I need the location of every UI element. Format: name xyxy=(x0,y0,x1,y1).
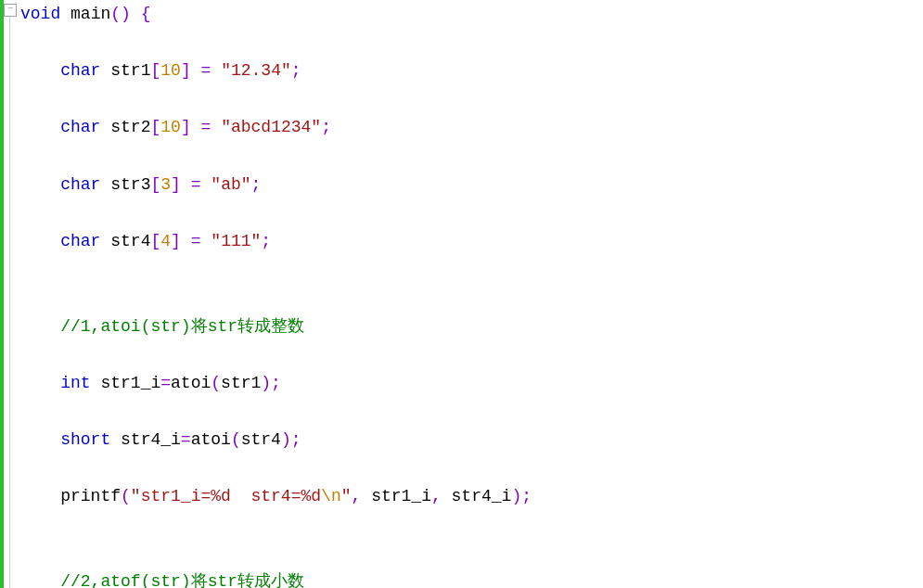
code-token xyxy=(20,232,60,250)
code-token xyxy=(60,5,71,23)
code-token: = xyxy=(191,232,201,250)
code-token xyxy=(191,118,201,136)
code-token: str1_i xyxy=(100,374,160,392)
code-token xyxy=(211,118,221,136)
code-token: int xyxy=(60,374,90,392)
code-token: ; xyxy=(291,61,301,80)
code-token: "ab" xyxy=(211,175,250,194)
code-token: { xyxy=(141,5,151,23)
code-token xyxy=(20,430,60,449)
code-token xyxy=(442,487,452,505)
code-token xyxy=(20,572,60,588)
code-line: char str4[4] = "111"; xyxy=(20,227,919,256)
code-token: 3 xyxy=(160,175,171,194)
code-token: , xyxy=(431,487,442,505)
code-token xyxy=(211,61,221,80)
code-token: char xyxy=(60,232,100,250)
code-token: ; xyxy=(251,175,262,194)
code-token: ); xyxy=(281,430,301,449)
code-token xyxy=(20,61,60,80)
code-token: ; xyxy=(261,232,271,250)
code-token: = xyxy=(191,175,201,194)
code-token: = xyxy=(201,118,212,136)
code-token: str1 xyxy=(110,61,150,80)
fold-guide-line xyxy=(9,17,10,588)
code-token xyxy=(100,118,110,136)
code-token: = xyxy=(160,374,171,392)
code-token: ); xyxy=(511,487,532,505)
code-token: char xyxy=(60,118,100,136)
code-token: ( xyxy=(121,487,131,505)
code-area[interactable]: void main() { char str1[10] = "12.34"; c… xyxy=(17,0,923,588)
fold-toggle-icon[interactable]: − xyxy=(4,4,17,17)
code-line: short str4_i=atoi(str4); xyxy=(20,426,919,454)
code-token: [ xyxy=(150,61,160,80)
code-line: char str2[10] = "abcd1234"; xyxy=(20,113,919,142)
code-token: [ xyxy=(150,175,160,194)
code-token: " xyxy=(341,487,352,505)
code-token: //2,atof(str)将str转成小数 xyxy=(60,572,304,588)
code-line: char str3[3] = "ab"; xyxy=(20,171,919,199)
code-token xyxy=(20,317,60,336)
code-token: ] xyxy=(171,232,181,250)
code-token: "str1_i=%d str4=%d xyxy=(131,487,321,505)
code-token: str2 xyxy=(110,118,150,136)
code-token xyxy=(100,61,110,80)
code-line: printf("str1_i=%d str4=%d\n", str1_i, st… xyxy=(20,482,919,511)
code-token: ( xyxy=(211,374,221,392)
code-token: = xyxy=(201,61,212,80)
code-token: ( xyxy=(231,430,241,449)
code-token: str3 xyxy=(110,175,150,194)
code-token xyxy=(20,175,60,194)
code-token xyxy=(131,5,141,23)
code-line: void main() { xyxy=(20,0,919,29)
code-token xyxy=(181,175,191,194)
code-token xyxy=(361,487,371,505)
code-token: 4 xyxy=(160,232,171,250)
code-token: void xyxy=(20,5,60,23)
code-token xyxy=(110,430,121,449)
code-token xyxy=(20,374,60,392)
code-token: short xyxy=(60,430,110,449)
code-token: str1 xyxy=(221,374,261,392)
code-token: main xyxy=(71,5,110,23)
code-line: //1,atoi(str)将str转成整数 xyxy=(20,313,919,341)
code-token: str4 xyxy=(241,430,281,449)
code-token: str4_i xyxy=(452,487,512,505)
code-token: char xyxy=(60,61,100,80)
code-token: ); xyxy=(261,374,281,392)
code-token: ] xyxy=(171,175,181,194)
code-token: ] xyxy=(181,61,191,80)
code-token: //1,atoi(str)将str转成整数 xyxy=(60,317,304,336)
code-token: [ xyxy=(150,118,160,136)
code-token: 10 xyxy=(160,61,181,80)
code-editor: − void main() { char str1[10] = "12.34";… xyxy=(0,0,923,588)
code-token: = xyxy=(181,430,191,449)
code-token xyxy=(201,232,212,250)
code-token: 10 xyxy=(160,118,181,136)
code-token xyxy=(100,232,110,250)
code-token: str1_i xyxy=(371,487,431,505)
code-token: "abcd1234" xyxy=(221,118,321,136)
code-token: "111" xyxy=(211,232,261,250)
code-token: char xyxy=(60,175,100,194)
code-token: "12.34" xyxy=(221,61,291,80)
code-token xyxy=(20,118,60,136)
code-line: int str1_i=atoi(str1); xyxy=(20,369,919,398)
code-token: , xyxy=(352,487,362,505)
code-token xyxy=(20,487,60,505)
code-line: char str1[10] = "12.34"; xyxy=(20,57,919,85)
code-token: str4 xyxy=(110,232,150,250)
code-token xyxy=(201,175,212,194)
code-token xyxy=(191,61,201,80)
code-token xyxy=(100,175,110,194)
code-token: () xyxy=(110,5,131,23)
code-token: printf xyxy=(60,487,121,505)
code-token: atoi xyxy=(191,430,231,449)
fold-gutter: − xyxy=(4,0,17,588)
code-token: ; xyxy=(321,118,331,136)
code-token xyxy=(91,374,101,392)
code-token: ] xyxy=(181,118,191,136)
code-token xyxy=(181,232,191,250)
code-token: atoi xyxy=(171,374,211,392)
